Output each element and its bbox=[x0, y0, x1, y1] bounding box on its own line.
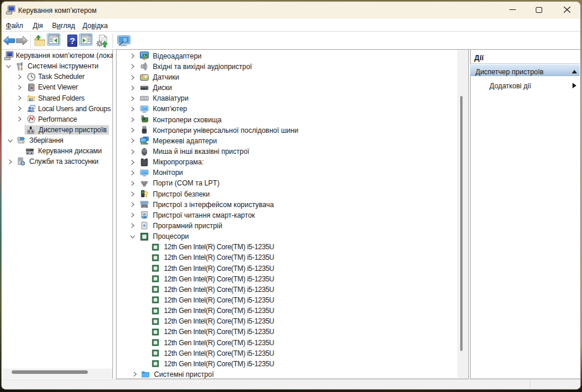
svg-text:?: ? bbox=[70, 36, 75, 46]
